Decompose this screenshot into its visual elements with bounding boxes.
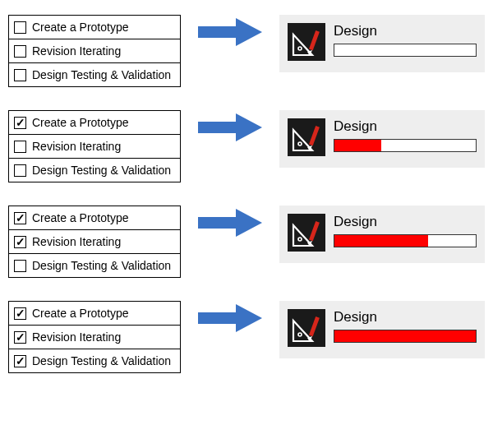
task-design-testing-validation[interactable]: Design Testing & Validation — [8, 253, 181, 278]
task-label: Create a Prototype — [32, 307, 129, 320]
card-title: Design — [334, 309, 477, 326]
design-setsquare-pencil-icon — [288, 118, 325, 156]
state-row-1: ✓ Create a Prototype Revision Iterating … — [8, 110, 485, 182]
card-body: Design — [334, 214, 477, 247]
task-label: Revision Iterating — [32, 140, 121, 153]
checklist: ✓ Create a Prototype ✓ Revision Iteratin… — [8, 301, 181, 373]
design-progress-card: Design — [279, 206, 485, 263]
state-row-0: Create a Prototype Revision Iterating De… — [8, 15, 485, 87]
checkbox-icon — [14, 21, 26, 34]
svg-point-12 — [298, 238, 302, 241]
task-create-a-prototype[interactable]: ✓ Create a Prototype — [8, 206, 181, 230]
checkbox-icon — [14, 260, 26, 272]
task-label: Revision Iterating — [32, 235, 121, 248]
svg-rect-3 — [309, 30, 320, 50]
svg-marker-10 — [198, 209, 262, 237]
state-row-3: ✓ Create a Prototype ✓ Revision Iteratin… — [8, 301, 485, 373]
progress-bar — [334, 139, 477, 152]
task-revision-iterating[interactable]: Revision Iterating — [8, 134, 181, 159]
task-label: Design Testing & Validation — [32, 68, 171, 81]
checklist: ✓ Create a Prototype Revision Iterating … — [8, 110, 181, 182]
task-label: Revision Iterating — [32, 44, 121, 58]
progress-bar — [334, 234, 477, 247]
svg-rect-8 — [309, 126, 320, 145]
checklist: ✓ Create a Prototype ✓ Revision Iteratin… — [8, 206, 181, 278]
task-label: Design Testing & Validation — [32, 354, 171, 367]
arrow-icon — [181, 110, 279, 141]
task-design-testing-validation[interactable]: ✓ Design Testing & Validation — [8, 349, 181, 373]
state-row-2: ✓ Create a Prototype ✓ Revision Iteratin… — [8, 206, 485, 278]
card-body: Design — [334, 309, 477, 343]
checkbox-checked-icon: ✓ — [14, 236, 26, 248]
task-revision-iterating[interactable]: ✓ Revision Iterating — [8, 229, 181, 254]
svg-point-17 — [298, 333, 302, 336]
svg-point-2 — [298, 47, 302, 50]
card-title: Design — [334, 23, 477, 39]
design-progress-card: Design — [279, 15, 485, 72]
checkbox-checked-icon: ✓ — [14, 331, 26, 344]
svg-marker-5 — [198, 113, 262, 141]
svg-rect-18 — [309, 316, 320, 336]
design-setsquare-pencil-icon — [288, 214, 325, 252]
design-progress-card: Design — [279, 110, 485, 168]
task-create-a-prototype[interactable]: ✓ Create a Prototype — [8, 301, 181, 326]
design-setsquare-pencil-icon — [288, 23, 325, 61]
checkbox-icon — [14, 164, 26, 177]
task-create-a-prototype[interactable]: Create a Prototype — [8, 15, 181, 39]
card-body: Design — [334, 118, 477, 152]
progress-fill — [334, 235, 428, 247]
arrow-icon — [181, 301, 279, 332]
checkbox-checked-icon: ✓ — [14, 307, 26, 320]
progress-fill — [334, 140, 381, 151]
checkbox-icon — [14, 45, 26, 58]
task-label: Create a Prototype — [32, 21, 129, 34]
svg-point-7 — [298, 142, 302, 145]
task-label: Revision Iterating — [32, 330, 121, 344]
checkbox-checked-icon: ✓ — [14, 212, 26, 224]
task-design-testing-validation[interactable]: Design Testing & Validation — [8, 62, 181, 87]
progress-fill — [334, 330, 476, 342]
checklist: Create a Prototype Revision Iterating De… — [8, 15, 181, 87]
progress-bar — [334, 44, 477, 57]
card-body: Design — [334, 23, 477, 57]
card-title: Design — [334, 118, 477, 135]
task-revision-iterating[interactable]: Revision Iterating — [8, 39, 181, 63]
task-label: Design Testing & Validation — [32, 164, 171, 177]
task-label: Create a Prototype — [32, 211, 129, 224]
task-design-testing-validation[interactable]: Design Testing & Validation — [8, 158, 181, 182]
task-label: Design Testing & Validation — [32, 259, 171, 272]
arrow-icon — [181, 206, 279, 237]
task-create-a-prototype[interactable]: ✓ Create a Prototype — [8, 110, 181, 135]
svg-marker-0 — [198, 18, 262, 46]
arrow-icon — [181, 15, 279, 46]
checkbox-checked-icon: ✓ — [14, 117, 26, 129]
task-revision-iterating[interactable]: ✓ Revision Iterating — [8, 325, 181, 349]
card-title: Design — [334, 214, 477, 230]
svg-marker-15 — [198, 304, 262, 332]
task-label: Create a Prototype — [32, 116, 129, 129]
checkbox-icon — [14, 141, 26, 153]
design-setsquare-pencil-icon — [288, 309, 325, 347]
checkbox-checked-icon: ✓ — [14, 355, 26, 367]
progress-bar — [334, 330, 477, 343]
checkbox-icon — [14, 69, 26, 81]
design-progress-card: Design — [279, 301, 485, 358]
svg-rect-13 — [309, 221, 320, 241]
